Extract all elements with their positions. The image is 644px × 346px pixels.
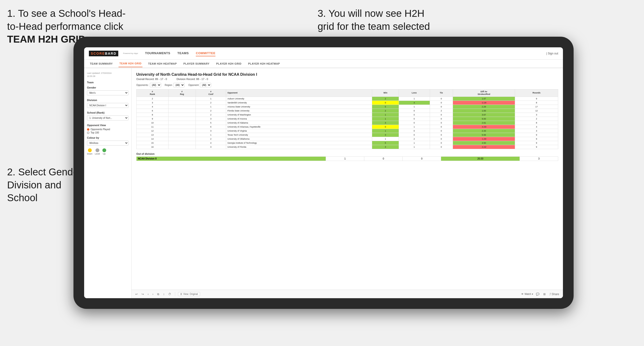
main-content: Last Updated: 27/03/2024 16:55:38 Team G… <box>84 68 563 298</box>
left-panel: Last Updated: 27/03/2024 16:55:38 Team G… <box>84 68 132 298</box>
ood-cell-1: 1 <box>326 157 364 161</box>
filter-opponent-label: Opponent <box>188 84 199 86</box>
cell-rounds: 12 <box>515 109 558 113</box>
table-row: 3 2 Vanderbilt University 0 4 0 -2.29 8 <box>136 101 558 105</box>
cell-tie: 0 <box>430 105 453 109</box>
filter-opponents-select[interactable]: (All) <box>150 83 161 87</box>
sign-out[interactable]: | Sign out <box>546 52 558 55</box>
cell-tie: 0 <box>430 121 453 125</box>
cell-rounds: 9 <box>515 133 558 137</box>
annotation-2-line2: Division and <box>7 179 62 190</box>
cell-rounds: 8 <box>515 121 558 125</box>
h2h-tbody: 2 1 Auburn University 2 1 0 1.67 9 3 2 V… <box>136 97 558 149</box>
radio-opponents-played[interactable]: Opponents Played <box>87 128 128 131</box>
cell-reg <box>168 105 196 109</box>
cell-conf: 3 <box>196 145 226 149</box>
cell-win: 0 <box>372 101 399 105</box>
subnav-player-h2h-grid[interactable]: PLAYER H2H GRID <box>215 60 242 67</box>
ood-tbody: NCAA Division II 1 0 0 26.00 3 <box>136 157 558 161</box>
cell-rank: 9 <box>136 117 168 121</box>
radio-top100[interactable]: Top 100 <box>87 131 128 134</box>
filter-opponent: Opponent (All) <box>188 83 211 87</box>
cell-rank: 14 <box>136 137 168 141</box>
redo-btn[interactable]: ↪ <box>140 292 145 296</box>
ood-row: NCAA Division II 1 0 0 26.00 3 <box>136 157 558 161</box>
cell-win: 0 <box>372 125 399 129</box>
cell-conf: 4 <box>196 141 226 145</box>
cell-reg <box>168 101 196 105</box>
cell-reg <box>168 117 196 121</box>
cell-loss: 1 <box>399 145 430 149</box>
cell-diff: -2.29 <box>453 101 515 105</box>
filter-opponents: Opponents: (All) <box>136 83 161 87</box>
col-rounds: Rounds <box>515 89 558 97</box>
cell-tie: 0 <box>430 125 453 129</box>
subnav-player-summary[interactable]: PLAYER SUMMARY <box>182 60 210 67</box>
h2h-table: #Rank #Reg #Conf Opponent Win Loss Tie D… <box>136 89 558 149</box>
colour-dot-level <box>96 148 99 152</box>
cell-loss: 0 <box>399 129 430 133</box>
grid-btn[interactable]: ⊞ <box>542 292 546 296</box>
watch-btn[interactable]: 👁 Watch ▾ <box>521 293 533 295</box>
cell-conf: 2 <box>196 109 226 113</box>
annotation-3-line2: grid for the team selected <box>318 21 430 32</box>
cell-tie: 0 <box>430 117 453 121</box>
division-select[interactable]: NCAA Division I <box>87 103 128 108</box>
cell-rounds: 3 <box>515 113 558 117</box>
table-row: 15 4 Georgia Institute of Technology 5 1… <box>136 141 558 145</box>
ood-cell-2: 0 <box>364 157 402 161</box>
cell-opponent: University of Florida <box>226 145 372 149</box>
cell-rounds: 9 <box>515 137 558 141</box>
cell-diff: 1.83 <box>453 109 515 113</box>
app-nav: SCOREBARD Powered by clippi TOURNAMENTS … <box>84 47 563 60</box>
cell-loss: 1 <box>399 105 430 109</box>
cell-win: 2 <box>372 97 399 101</box>
filter-region-select[interactable]: (All) <box>173 83 185 87</box>
cell-rounds: 9 <box>515 97 558 101</box>
cell-reg <box>168 121 196 125</box>
fwd-btn[interactable]: › <box>152 292 154 296</box>
copy-btn[interactable]: ⧉ <box>156 292 160 296</box>
comment-btn[interactable]: 💬 <box>535 292 540 296</box>
subnav-team-h2h-heatmap[interactable]: TEAM H2H HEATMAP <box>147 60 178 67</box>
ood-cell-name: NCAA Division II <box>136 157 326 161</box>
cell-reg <box>168 145 196 149</box>
cell-opponent: Arizona State University <box>226 105 372 109</box>
subnav-player-h2h-heatmap[interactable]: PLAYER H2H HEATMAP <box>247 60 281 67</box>
nav-teams[interactable]: TEAMS <box>177 50 189 56</box>
cell-conf: 2 <box>196 137 226 141</box>
eye-icon: 👁 <box>521 293 524 295</box>
colour-by-select[interactable]: Win/loss <box>87 141 128 146</box>
undo-btn[interactable]: ↩ <box>134 292 139 296</box>
nav-committee[interactable]: COMMITTEE <box>196 50 216 56</box>
cell-diff: 2.61 <box>453 121 515 125</box>
share-btn[interactable]: ⤴ Share <box>548 292 560 296</box>
view-btn[interactable]: ☰ View: Original <box>178 292 200 296</box>
cell-conf: 3 <box>196 129 226 133</box>
back-btn[interactable]: ‹ <box>147 292 150 296</box>
subnav-team-summary[interactable]: TEAM SUMMARY <box>89 60 114 67</box>
cell-reg <box>168 125 196 129</box>
nav-tournaments[interactable]: TOURNAMENTS <box>145 50 170 56</box>
cell-rounds: 9 <box>515 141 558 145</box>
cell-reg <box>168 113 196 117</box>
arrow-tool[interactable]: ↕ <box>162 292 166 296</box>
cell-opponent: University of Washington <box>226 113 372 117</box>
ood-cell-4: 26.00 <box>441 157 520 161</box>
time-btn[interactable]: ⏱ <box>167 292 172 296</box>
annotation-2-line1: 2. Select Gender, <box>7 166 84 177</box>
cell-opponent: Florida State University <box>226 109 372 113</box>
school-select[interactable]: 1. University of Nort... <box>87 116 128 121</box>
filter-region: Region (All) <box>165 83 185 87</box>
gender-select[interactable]: Men's <box>87 90 128 95</box>
gender-label: Gender <box>87 86 128 89</box>
cell-reg <box>168 129 196 133</box>
filter-opponent-select[interactable]: (All) <box>200 83 211 87</box>
radio-dot-top100 <box>87 132 89 134</box>
watch-label: Watch ▾ <box>524 293 533 295</box>
grid-area: University of North Carolina Head-to-Hea… <box>132 68 563 298</box>
cell-opponent: Georgia Institute of Technology <box>226 141 372 145</box>
cell-loss: 4 <box>399 101 430 105</box>
view-icon: ☰ <box>180 293 182 295</box>
subnav-team-h2h-grid[interactable]: TEAM H2H GRID <box>118 60 142 67</box>
